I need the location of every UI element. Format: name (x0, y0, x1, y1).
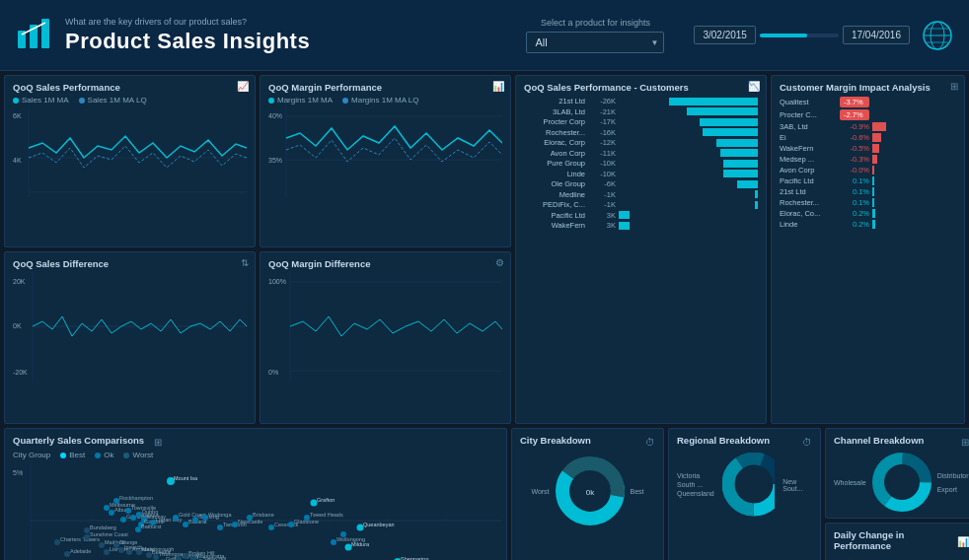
channel-export-label: Export (937, 486, 969, 493)
product-select[interactable]: All Product A Product B (526, 32, 664, 53)
svg-text:Queanbeyan: Queanbeyan (363, 522, 395, 527)
channel-donut-area: Wholesale Distributor Export (834, 453, 969, 512)
qoq-sales-performance-panel: QoQ Sales Performance 📈 Sales 1M MA Sale… (4, 75, 256, 247)
product-icon (16, 17, 53, 54)
date-slider[interactable] (760, 34, 839, 37)
qoq-margin-diff-title: QoQ Margin Difference (268, 258, 502, 269)
globe-icon[interactable] (922, 20, 953, 51)
daily-perf-icon: 📊 (957, 536, 969, 547)
customer-list-item: Procter Corp-17K (524, 117, 758, 126)
svg-text:4K: 4K (13, 157, 22, 164)
svg-text:Brisbane: Brisbane (253, 512, 274, 518)
regional-breakdown-header: Regional Breakdown ⏱ (677, 435, 812, 449)
channel-breakdown-title: Channel Breakdown (834, 435, 924, 446)
city-donut-area: Worst 0k Best (520, 456, 655, 525)
cm-list-item: Medsep ...-0.3% (780, 155, 956, 164)
customer-list-item: Ole Group-6K (524, 179, 758, 188)
city-best-label: Best (631, 488, 644, 495)
customer-list-item: WakeFern3K (524, 221, 758, 230)
cm-list-item: Avon Corp-0.0% (780, 166, 956, 175)
svg-text:Bundaberg: Bundaberg (90, 525, 116, 530)
scatter-header: Quarterly Sales Comparisons ⊞ (13, 435, 498, 449)
channel-breakdown-icon: ⊞ (961, 437, 969, 448)
svg-text:100%: 100% (268, 278, 286, 285)
right-bottom-panels: Channel Breakdown ⊞ Wholesale Distributo… (825, 428, 969, 560)
title-block: What are the key drivers of our product … (65, 17, 496, 54)
regional-breakdown-panel: Regional Breakdown ⏱ Victoria South ... … (668, 428, 821, 560)
product-filter-area: Select a product for insights All Produc… (526, 18, 664, 53)
channel-legend-right: Distributor Export (937, 472, 969, 493)
dot-margin-ma-lq (342, 98, 348, 104)
scatter-plot-area: 5% -5% -15K -10K -5K 0K 5K 10K 15K 20K (13, 463, 498, 560)
regional-donut-svg (722, 453, 775, 517)
header-subtitle: What are the key drivers of our product … (65, 17, 496, 27)
svg-text:6K: 6K (13, 112, 22, 119)
city-worst-label: Worst (531, 488, 549, 495)
svg-point-101 (738, 468, 770, 500)
qoq-margin-diff-panel: QoQ Margin Difference ⚙ 100% 0% (260, 251, 511, 424)
svg-text:Rockhampton: Rockhampton (119, 495, 153, 501)
legend-margin-ma-lq: Margins 1M MA LQ (342, 96, 418, 105)
qoq-sales-diff-title: QoQ Sales Difference (13, 258, 247, 269)
qoq-sales-diff-icon: ⇅ (241, 257, 249, 268)
qoq-customers-title: QoQ Sales Performance - Customers (524, 82, 758, 93)
product-filter-label: Select a product for insights (541, 18, 650, 28)
legend-worst: Worst (123, 451, 153, 459)
qoq-margin-diff-icon: ⚙ (495, 257, 504, 268)
qoq-sales-perf-legend: Sales 1M MA Sales 1M MA LQ (13, 96, 247, 105)
svg-text:Tweed Heads: Tweed Heads (310, 512, 343, 518)
qoq-margin-diff-chart: 100% 0% (268, 272, 502, 381)
product-select-wrapper[interactable]: All Product A Product B (526, 32, 664, 53)
customer-list-item: Elorac, Corp-12K (524, 138, 758, 147)
city-donut-svg: 0k (556, 456, 625, 525)
svg-text:Mildura: Mildura (351, 541, 370, 547)
quarterly-scatter-icon: ⊞ (154, 437, 162, 448)
cm-list-item: Procter C...-2.7% (780, 109, 956, 120)
qoq-customers-panel: QoQ Sales Performance - Customers 📉 21st… (515, 75, 767, 424)
qoq-margin-diff-svg: 100% 0% (268, 272, 502, 381)
date-from[interactable]: 3/02/2015 (694, 26, 756, 44)
svg-text:-20K: -20K (13, 369, 28, 376)
svg-text:40%: 40% (268, 112, 282, 119)
svg-text:20K: 20K (13, 278, 26, 285)
qoq-margin-perf-legend: Margins 1M MA Margins 1M MA LQ (268, 96, 502, 105)
date-range: 3/02/2015 17/04/2016 (694, 26, 910, 44)
quarterly-scatter-title: Quarterly Sales Comparisons (13, 435, 144, 446)
customer-list-item: Pacific Ltd3K (524, 211, 758, 220)
dot-sales-ma-lq (79, 98, 85, 104)
header-right: 3/02/2015 17/04/2016 (694, 20, 953, 51)
dot-margin-ma (268, 98, 274, 104)
channel-donut-svg (872, 453, 932, 512)
city-breakdown-panel: City Breakdown ⏱ Worst 0k Best (511, 428, 664, 560)
scatter-legend: City Group Best Ok Worst (13, 451, 498, 459)
date-to[interactable]: 17/04/2016 (843, 26, 910, 44)
regional-breakdown-icon: ⏱ (802, 437, 812, 448)
svg-text:35%: 35% (268, 157, 282, 164)
customer-list-item: Linde-10K (524, 170, 758, 178)
qoq-margin-performance-panel: QoQ Margin Performance 📊 Margins 1M MA M… (260, 75, 511, 247)
qoq-sales-perf-icon: 📈 (237, 81, 249, 92)
regional-newsouth-label: New Sout... (783, 478, 812, 492)
customer-list-item: Medline-1K (524, 190, 758, 199)
svg-text:Shepparton: Shepparton (401, 556, 428, 560)
qoq-sales-diff-panel: QoQ Sales Difference ⇅ 20K 0K -20K (4, 251, 256, 424)
bottom-row: Quarterly Sales Comparisons ⊞ City Group… (4, 428, 965, 560)
customer-margin-title: Customer Margin Impact Analysis (780, 82, 956, 93)
customer-list-item: Pure Group-10K (524, 159, 758, 168)
regional-breakdown-title: Regional Breakdown (677, 435, 770, 446)
dot-sales-ma (13, 98, 19, 104)
customer-list-item: Rochester...-16K (524, 128, 758, 137)
legend-city-group: City Group (13, 451, 50, 459)
legend-margin-ma: Margins 1M MA (268, 96, 333, 105)
qoq-customers-icon: 📉 (748, 81, 760, 92)
legend-ok: Ok (95, 451, 113, 459)
city-breakdown-title: City Breakdown (520, 435, 591, 446)
regional-donut-area: Victoria South ... Queensland New Sout..… (677, 453, 812, 517)
channel-wholesale-label: Wholesale (834, 479, 866, 486)
customer-list-item: Avon Corp-11K (524, 149, 758, 158)
svg-text:Adelaide: Adelaide (70, 548, 91, 554)
svg-text:Sunshine Coast: Sunshine Coast (90, 531, 128, 537)
channel-distributor-label: Distributor (937, 472, 969, 479)
header-title: Product Sales Insights (65, 29, 496, 54)
dot-best (60, 453, 66, 458)
